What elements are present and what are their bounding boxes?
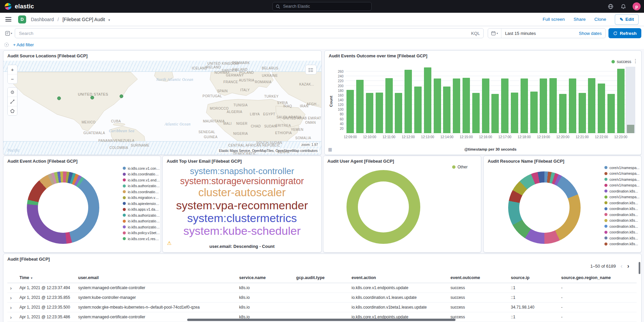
bar[interactable] (530, 92, 538, 133)
kql-language-button[interactable]: KQL (471, 31, 480, 36)
tag-cloud-word[interactable]: system:vpa-recommender (176, 199, 308, 212)
panel-title[interactable]: Audit Top User Email [Filebeat GCP] (163, 156, 321, 164)
legend-item[interactable]: io.k8s.apiextensions... (123, 201, 160, 207)
map-fit-bounds-button[interactable] (8, 88, 17, 97)
bar[interactable] (569, 78, 576, 133)
legend-item[interactable]: coordination.k8s... (604, 188, 639, 194)
bar[interactable] (627, 125, 634, 133)
bar[interactable] (346, 90, 354, 133)
user-avatar[interactable]: p (633, 2, 641, 10)
add-filter-button[interactable]: + Add filter (13, 42, 34, 47)
bar[interactable] (463, 78, 470, 133)
bar[interactable] (598, 84, 605, 133)
legend-item[interactable]: io.k8s.policy.v1beta... (123, 230, 160, 236)
bar[interactable] (405, 70, 412, 133)
tag-cloud-word[interactable]: system:storageversionmigrator (180, 176, 304, 186)
global-search-input[interactable] (282, 4, 368, 9)
legend-item[interactable]: coordination.k8s... (604, 206, 639, 212)
bar[interactable] (491, 94, 499, 133)
legend-item[interactable]: io.k8s.core.v1.confi... (123, 165, 160, 171)
time-range-value[interactable]: Last 15 minutes (501, 31, 536, 36)
elastic-logo-brand[interactable]: elastic (0, 2, 34, 10)
menu-hamburger-icon[interactable] (5, 17, 11, 21)
legend-item[interactable]: io.k8s.migration.v1al... (123, 195, 160, 201)
column-header[interactable]: user.email (78, 275, 239, 280)
bar[interactable] (617, 69, 625, 133)
bar[interactable] (443, 87, 450, 133)
legend-item[interactable]: coordination.k8s... (604, 223, 639, 229)
panel-title[interactable]: Audit Resource Name [Filebeat GCP] (484, 156, 641, 164)
legend-item[interactable]: io.k8s.authorization... (123, 218, 160, 224)
column-header[interactable]: gcp.audit.type (296, 275, 352, 280)
map-draw-distance-button[interactable] (8, 97, 17, 106)
map-zoom-in-button[interactable]: + (8, 65, 17, 74)
quick-select-calendar-button[interactable]: ▾ (488, 29, 501, 38)
bar[interactable] (588, 78, 595, 133)
bar[interactable] (521, 78, 528, 133)
legend-item[interactable]: coordination.k8s... (604, 212, 639, 218)
map-data-point[interactable] (91, 96, 94, 99)
inspect-table-icon[interactable]: ▦ (328, 147, 332, 152)
tag-cloud-word[interactable]: system:snapshot-controller (190, 166, 294, 176)
legend-item[interactable]: coordination.k8s... (604, 235, 639, 241)
bar[interactable] (501, 78, 508, 133)
edit-button[interactable]: ✎ Edit (615, 14, 639, 25)
global-search[interactable] (272, 2, 372, 11)
legend-item[interactable]: coordination.k8s... (604, 218, 639, 224)
refresh-button[interactable]: Refresh (608, 28, 641, 38)
legend-item[interactable]: io.k8s.authorization... (123, 183, 160, 189)
bar[interactable] (424, 67, 431, 133)
bar[interactable] (376, 93, 383, 133)
map-zoom-out-button[interactable]: − (8, 74, 17, 84)
bar[interactable] (453, 78, 460, 133)
row-expand-button[interactable]: › (7, 285, 19, 291)
tag-cloud-word[interactable]: cluster-autoscaler (198, 186, 285, 199)
bar[interactable] (579, 93, 586, 133)
column-header[interactable]: service.name (239, 275, 296, 280)
legend-item[interactable]: io.k8s.coordination.... (123, 189, 160, 195)
legend-item[interactable]: io.k8s.authorization... (123, 212, 160, 218)
row-expand-button[interactable]: › (7, 305, 19, 310)
legend-item[interactable]: io.k8s.authorization... (123, 224, 160, 230)
map-attribution[interactable]: Elastic Maps Service, OpenMapTiles, Open… (217, 149, 319, 153)
map-data-point[interactable] (57, 97, 61, 100)
legend-item[interactable]: coordination.k8s... (604, 200, 639, 206)
bar[interactable] (366, 93, 373, 133)
legend-item[interactable]: core/v1/namespa... (604, 194, 639, 200)
panel-title[interactable]: Audit Source Locations [Filebeat GCP] (3, 51, 321, 58)
map-draw-shape-button[interactable] (8, 106, 17, 115)
pagination-prev-icon[interactable]: ‹ (621, 263, 623, 270)
bar[interactable] (472, 93, 480, 133)
filter-icon[interactable] (4, 42, 9, 47)
pagination-next-icon[interactable]: › (627, 263, 629, 270)
bar[interactable] (395, 93, 402, 133)
legend-item[interactable]: core/v1/namespa... (604, 176, 639, 182)
map-layers-button[interactable] (305, 65, 317, 74)
query-input-box[interactable]: KQL (15, 28, 484, 38)
legend-item[interactable]: io.k8s.apps.v1.daem... (123, 207, 160, 213)
column-header[interactable]: Time▾ (19, 275, 78, 280)
bar[interactable] (559, 94, 567, 133)
panel-options-icon[interactable]: ⋮ (633, 58, 638, 64)
space-badge[interactable]: D (18, 15, 26, 23)
deployment-globe-icon[interactable] (607, 3, 614, 10)
bar[interactable] (540, 78, 547, 133)
column-header[interactable]: event.outcome (450, 275, 511, 280)
horizontal-scrollbar-thumb[interactable] (187, 319, 455, 321)
tag-cloud-word[interactable]: system:kube-scheduler (183, 224, 301, 237)
bar[interactable] (607, 94, 615, 133)
clone-button[interactable]: Clone (594, 17, 606, 22)
bar[interactable] (434, 78, 441, 133)
chevron-down-icon[interactable]: ▾ (108, 18, 110, 22)
legend-item[interactable]: core/v1/namespa... (604, 171, 639, 177)
bar[interactable] (511, 93, 518, 133)
legend-item[interactable]: coordination.k8s... (604, 241, 639, 247)
legend-item[interactable]: io.k8s.core.v1.endp... (123, 177, 160, 183)
panel-title[interactable]: Audit Event Action [Filebeat GCP] (3, 156, 161, 164)
row-expand-button[interactable]: › (7, 314, 19, 320)
legend-item-other[interactable]: Other (452, 165, 468, 169)
event-action-donut[interactable] (27, 171, 99, 244)
breadcrumb-dashboard-link[interactable]: Dashboard (31, 17, 54, 22)
row-expand-button[interactable]: › (7, 295, 19, 301)
bar[interactable] (356, 80, 364, 133)
